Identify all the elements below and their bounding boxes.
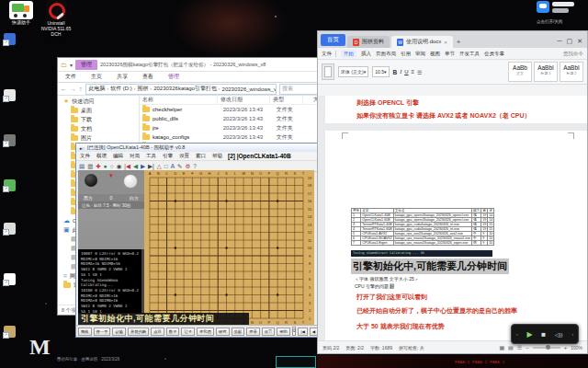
desktop-shortcut-icon[interactable]: ↗ (4, 223, 16, 235)
desktop-shortcut-icon[interactable]: ↗ (4, 273, 16, 285)
explorer-title-bar[interactable]: 🗀 ▾ 管理 20230326围棋katago引擎打包（把这个发给你） - 20… (58, 58, 328, 72)
status-button[interactable]: 停一手 (94, 328, 111, 336)
menu-item[interactable]: 插入 (361, 51, 371, 57)
status-button[interactable]: 认输 (112, 328, 126, 336)
close-icon[interactable]: × (444, 40, 447, 45)
white-stone-icon[interactable]: ○ (110, 163, 114, 169)
minimize-icon[interactable]: ─ (558, 38, 562, 45)
move-counter[interactable]: 0 (292, 327, 297, 336)
menu-item[interactable]: 引擎 (163, 153, 173, 159)
status-button[interactable]: 让子 (181, 328, 195, 336)
close-icon[interactable]: ✕ (577, 38, 582, 45)
status-button[interactable]: 帮助 (277, 328, 290, 336)
status-button[interactable]: 研究 (216, 328, 230, 336)
desktop-shortcut-icon[interactable]: ↗ (4, 89, 16, 101)
font-size-select[interactable]: 10.5 ▾ (372, 66, 389, 77)
file-row[interactable]: katago_configs 2023/3/26 13:43 文件夹 (140, 132, 328, 142)
letter-marker-icon[interactable]: A (171, 163, 175, 169)
status-button[interactable]: 形势判断 (128, 328, 149, 336)
next-move-icon[interactable]: ▶ (141, 163, 145, 170)
edit-icon[interactable]: ✎ (177, 163, 182, 170)
zoom-out-icon[interactable]: − (526, 345, 529, 351)
go-title-bar[interactable]: ●○ [已连接] OpenCLKata1-40B - 围棋助手 v0.8 (76, 144, 324, 152)
menu-item[interactable]: 设置 (179, 153, 189, 159)
go-board[interactable]: AA19BB18CC17DD16EE15FF14GG13HH12JJ11KK10… (144, 170, 314, 326)
nav-folder-item[interactable]: 文档 (58, 124, 139, 133)
italic-button[interactable]: I (400, 69, 401, 75)
save-file-icon[interactable]: ▥ (87, 163, 93, 170)
doc-tab-active[interactable]: W使用说明.docx× (391, 36, 453, 48)
breadcrumb-segment[interactable]: 软件 (D:) (110, 86, 132, 91)
status-button[interactable]: 坐标 (232, 328, 245, 336)
desktop-icon-uninstaller[interactable]: Uninstall NVIDIA 511.65 DCH (40, 0, 72, 37)
play-icon[interactable]: ▶ (527, 330, 533, 339)
status-button[interactable]: 点目 (151, 328, 164, 336)
bold-button[interactable]: B (393, 69, 398, 75)
style-tile[interactable]: AaBb正文 (508, 62, 532, 82)
ribbon-tab[interactable]: 共享 (109, 72, 135, 82)
nav-quick-access[interactable]: ★快速访问 (58, 97, 139, 106)
file-menu[interactable]: 文件 (322, 51, 336, 57)
desktop-shortcut-icon[interactable]: ↗ (4, 33, 16, 45)
move-nav-button[interactable]: |◀ (298, 328, 307, 336)
menu-item[interactable]: 对局 (130, 153, 140, 159)
stop-icon[interactable]: ■ (541, 330, 546, 339)
breadcrumb[interactable]: 此电脑 › 软件 (D:) › 围棋 › 20230326katago引擎打包 … (85, 84, 277, 95)
up-icon[interactable]: ↑ (79, 86, 83, 92)
file-row[interactable]: public_dlls 2023/3/26 13:43 文件夹 (140, 114, 328, 123)
menu-item[interactable]: 开发工具 (459, 51, 480, 57)
align-left-icon[interactable]: ≡ (412, 69, 415, 75)
status-button[interactable]: 声音 (246, 328, 260, 336)
menu-item[interactable]: 棋谱 (96, 153, 107, 159)
menu-item[interactable]: 窗口 (196, 153, 206, 159)
column-header[interactable]: 类型 (270, 95, 303, 104)
last-move-icon[interactable]: ▶| (148, 163, 154, 170)
place-stone-icon[interactable]: ◉ (117, 163, 122, 170)
expand-right-icon[interactable]: › (571, 331, 573, 337)
open-file-icon[interactable]: ▤ (79, 163, 85, 170)
desktop-shortcut-icon[interactable]: ↗ (4, 134, 16, 146)
file-row[interactable]: jre 2023/3/26 13:43 文件夹 (140, 123, 328, 132)
status-button[interactable]: 数子 (166, 328, 180, 336)
desktop-shortcut-icon[interactable]: ↗ (4, 179, 16, 191)
menu-item[interactable]: 审阅 (415, 51, 425, 57)
volume-icon[interactable]: ◁)) (555, 331, 563, 338)
ribbon-tab[interactable]: 查看 (135, 72, 161, 82)
menu-item-start[interactable]: 开始 (341, 50, 356, 58)
maximize-icon[interactable]: ▢ (567, 38, 573, 45)
page-mode-icon[interactable]: ▤ (508, 344, 514, 351)
breadcrumb-segment[interactable]: 此电脑 (89, 86, 106, 91)
menu-item[interactable]: 文件 (80, 153, 90, 159)
square-marker-icon[interactable]: □ (164, 163, 168, 169)
help-icon[interactable]: ? (193, 163, 197, 169)
menu-item[interactable]: 页面布局 (376, 51, 396, 57)
settings-icon[interactable]: ⚙ (185, 163, 190, 170)
desktop-shortcut-icon[interactable]: ↗ (4, 326, 16, 338)
column-header[interactable]: 修改日期 (218, 95, 270, 104)
nav-folder-item[interactable]: 桌面 (58, 106, 139, 115)
paste-button[interactable] (322, 63, 334, 80)
column-header[interactable]: 名称 (140, 95, 218, 104)
first-move-icon[interactable]: |◀ (124, 163, 130, 170)
outline-mode-icon[interactable]: ☰ (517, 344, 522, 351)
menu-item[interactable]: 工具 (146, 153, 156, 159)
nav-folder-item[interactable]: 图片 (58, 133, 139, 143)
back-icon[interactable]: ← (61, 86, 67, 92)
danmaku-widget[interactable]: 点击打开/关闭 (537, 1, 586, 29)
read-mode-icon[interactable]: ▦ (499, 344, 504, 351)
ribbon-tab[interactable]: 文件 (58, 72, 84, 82)
menu-item[interactable]: 视图 (430, 51, 440, 57)
nav-folder-item[interactable]: 下载 (58, 115, 139, 124)
status-button[interactable]: 变化图 (197, 328, 214, 336)
forward-icon[interactable]: → (70, 86, 76, 92)
black-stone-icon[interactable]: ● (104, 163, 107, 169)
quick-access-toolbar[interactable]: ▾ (70, 62, 73, 68)
menu-item[interactable]: 章节 (445, 51, 455, 57)
status-button[interactable]: 悔棋 (78, 328, 92, 336)
underline-button[interactable]: U (404, 69, 408, 75)
ribbon-tab[interactable]: 主页 (84, 72, 109, 82)
style-tile[interactable]: AaBbI标题 1 (534, 62, 558, 82)
zoom-slider[interactable] (533, 347, 560, 349)
menu-item[interactable]: 帮助 (212, 153, 222, 159)
desktop-icon-truck[interactable]: 快递助手 (6, 1, 37, 25)
